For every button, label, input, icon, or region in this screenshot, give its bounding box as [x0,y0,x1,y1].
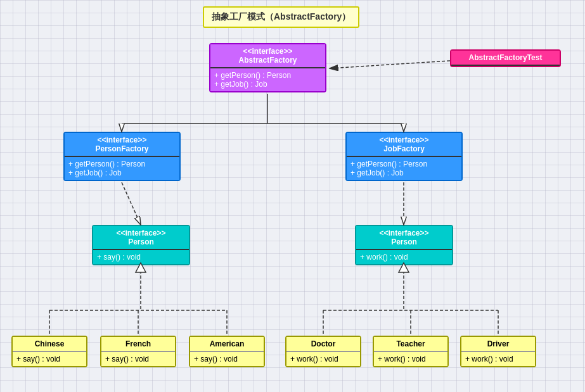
job-factory-name: JobFactory [350,144,458,153]
driver-body: + work() : void [461,352,535,366]
job-header: <<interface>> Person [356,226,452,250]
job-factory-header: <<interface>> JobFactory [347,133,461,157]
job-name: Person [360,237,448,246]
abstract-factory-method2: + getJob() : Job [214,80,321,89]
person-name: Person [97,237,185,246]
french-body: + say() : void [101,352,175,366]
french-method: + say() : void [105,355,171,364]
chinese-header: Chinese [13,337,86,352]
chinese-method: + say() : void [16,355,82,364]
american-body: + say() : void [190,352,264,366]
abstract-factory-body: + getPerson() : Person + getJob() : Job [210,68,325,91]
teacher-name: Teacher [378,339,444,348]
abstract-factory-test-name: AbstractFactoryTest [455,53,556,62]
doctor-method: + work() : void [290,355,356,364]
american-name: American [194,339,260,348]
abstract-factory-method1: + getPerson() : Person [214,71,321,80]
chinese-name: Chinese [16,339,82,348]
french-header: French [101,337,175,352]
job-factory-stereotype: <<interface>> [350,136,458,144]
job-factory-body: + getPerson() : Person + getJob() : Job [347,157,461,180]
doctor-name: Doctor [290,339,356,348]
person-header: <<interface>> Person [93,226,189,250]
person-factory-body: + getPerson() : Person + getJob() : Job [65,157,179,180]
doctor-box: Doctor + work() : void [285,336,361,367]
abstract-factory-stereotype: <<interface>> [214,47,321,56]
abstract-factory-box: <<interface>> AbstractFactory + getPerso… [209,43,326,92]
american-box: American + say() : void [189,336,265,367]
job-method1: + work() : void [360,253,448,262]
french-box: French + say() : void [100,336,176,367]
doctor-body: + work() : void [286,352,360,366]
teacher-method: + work() : void [378,355,444,364]
teacher-header: Teacher [374,337,447,352]
job-factory-box: <<interface>> JobFactory + getPerson() :… [345,132,463,181]
svg-line-0 [330,61,450,68]
abstract-factory-test-header: AbstractFactoryTest [451,51,560,66]
abstract-factory-name: AbstractFactory [214,56,321,65]
svg-line-6 [122,182,141,225]
job-stereotype: <<interface>> [360,229,448,237]
american-header: American [190,337,264,352]
canvas: 抽象工厂模式（AbstractFactory） <<interface>> Ab… [0,0,585,392]
teacher-box: Teacher + work() : void [373,336,449,367]
abstract-factory-test-box: AbstractFactoryTest [450,49,561,67]
person-factory-method1: + getPerson() : Person [68,160,176,168]
person-factory-stereotype: <<interface>> [68,136,176,144]
driver-method: + work() : void [465,355,531,364]
job-factory-method1: + getPerson() : Person [350,160,458,168]
person-body: + say() : void [93,250,189,264]
doctor-header: Doctor [286,337,360,352]
chinese-body: + say() : void [13,352,86,366]
person-factory-method2: + getJob() : Job [68,168,176,177]
driver-name: Driver [465,339,531,348]
person-box: <<interface>> Person + say() : void [92,225,190,265]
driver-header: Driver [461,337,535,352]
french-name: French [105,339,171,348]
title-text: 抽象工厂模式（AbstractFactory） [212,11,350,22]
person-stereotype: <<interface>> [97,229,185,237]
american-method: + say() : void [194,355,260,364]
person-factory-name: PersonFactory [68,144,176,153]
teacher-body: + work() : void [374,352,447,366]
person-factory-box: <<interface>> PersonFactory + getPerson(… [63,132,181,181]
job-box: <<interface>> Person + work() : void [355,225,453,265]
job-body: + work() : void [356,250,452,264]
job-factory-method2: + getJob() : Job [350,168,458,177]
abstract-factory-header: <<interface>> AbstractFactory [210,44,325,68]
title-note: 抽象工厂模式（AbstractFactory） [203,6,359,28]
driver-box: Driver + work() : void [460,336,536,367]
person-factory-header: <<interface>> PersonFactory [65,133,179,157]
person-method1: + say() : void [97,253,185,262]
chinese-box: Chinese + say() : void [11,336,87,367]
